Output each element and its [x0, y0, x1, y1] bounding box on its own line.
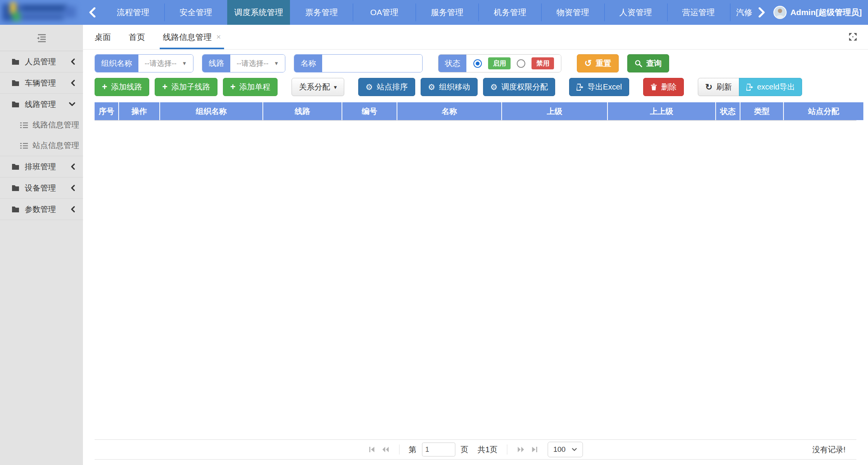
sidebar-item-personnel[interactable]: 人员管理 — [0, 51, 83, 72]
last-page-icon[interactable] — [530, 446, 538, 453]
tab-home[interactable]: 首页 — [129, 25, 145, 49]
nav-scroll-left-icon[interactable] — [83, 0, 102, 25]
status-enabled-radio[interactable] — [473, 59, 482, 68]
chevron-down-icon — [69, 102, 75, 107]
button-label: 刷新 — [716, 82, 732, 92]
main-content: 桌面 首页 线路信息管理 × 组织名称 --请选择-- ▼ 线路 — [83, 25, 868, 465]
nav-item-operations[interactable]: 营运管理 — [667, 0, 730, 25]
export-excel-button[interactable]: 导出Excel — [569, 78, 629, 96]
file-export-icon — [576, 83, 583, 91]
prev-page-icon[interactable] — [381, 446, 390, 453]
plus-icon: + — [162, 83, 167, 91]
total-pages-label: 共1页 — [478, 444, 497, 455]
nav-item-process[interactable]: 流程管理 — [102, 0, 164, 25]
status-enabled-badge[interactable]: 启用 — [488, 57, 511, 69]
status-disabled-radio[interactable] — [517, 59, 525, 68]
col-header-actions: 操作 — [119, 102, 160, 120]
nav-item-safety[interactable]: 安全管理 — [164, 0, 227, 25]
nav-item-materials[interactable]: 物资管理 — [541, 0, 604, 25]
org-name-label: 组织名称 — [95, 55, 138, 72]
chevron-left-icon — [71, 185, 75, 191]
nav-item-machinery[interactable]: 机务管理 — [478, 0, 541, 25]
button-label: 导出Excel — [587, 82, 622, 92]
pager-divider — [507, 444, 507, 455]
sidebar-item-scheduling[interactable]: 排班管理 — [0, 156, 83, 177]
line-select[interactable]: --请选择-- ▼ — [230, 55, 285, 72]
col-header-type: 类型 — [740, 102, 783, 120]
sidebar-item-equipment[interactable]: 设备管理 — [0, 177, 83, 198]
nav-item-oa[interactable]: OA管理 — [353, 0, 416, 25]
gear-icon: ⚙ — [428, 83, 435, 91]
sidebar-item-lines[interactable]: 线路管理 — [0, 94, 83, 115]
grid-header: 序号 操作 组织名称 线路 编号 名称 上级 上上级 状态 类型 站点分配 — [95, 102, 863, 120]
button-label: exceld导出 — [757, 82, 795, 92]
col-header-index: 序号 — [95, 102, 119, 120]
tab-bar: 桌面 首页 线路信息管理 × — [83, 25, 868, 50]
no-records-label: 没有记录! — [812, 444, 846, 455]
station-sort-button[interactable]: ⚙ 站点排序 — [358, 78, 415, 96]
fullscreen-icon[interactable] — [848, 32, 858, 43]
tab-desktop[interactable]: 桌面 — [95, 25, 111, 49]
sidebar-item-label: 参数管理 — [25, 204, 56, 215]
refresh-button[interactable]: ↻ 刷新 — [698, 78, 739, 96]
select-value: --请选择-- — [236, 59, 268, 69]
sidebar-collapse-icon[interactable] — [0, 25, 83, 51]
button-label: 添加单程 — [239, 82, 270, 92]
col-header-code: 编号 — [342, 102, 397, 120]
sidebar-item-label: 线路管理 — [25, 99, 56, 110]
add-subline-button[interactable]: + 添加子线路 — [155, 78, 217, 96]
user-menu[interactable]: Admin[超级管理员] — [771, 0, 868, 25]
tab-line-info[interactable]: 线路信息管理 × — [163, 25, 221, 49]
button-label: 组织移动 — [439, 82, 470, 92]
sidebar-subitem-label: 站点信息管理 — [33, 140, 79, 151]
sidebar-item-label: 设备管理 — [25, 183, 56, 193]
col-header-station-assign: 站点分配 — [783, 102, 863, 120]
toolbar: + 添加线路 + 添加子线路 + 添加单程 关系分配 ▾ ⚙ 站点排序 ⚙ 组织… — [95, 78, 856, 96]
tab-label: 线路信息管理 — [163, 32, 212, 43]
col-header-parent: 上级 — [502, 102, 607, 120]
col-header-line: 线路 — [263, 102, 342, 120]
exceld-export-button[interactable]: exceld导出 — [739, 78, 802, 96]
nav-item-vehicle-repair[interactable]: 汽修 — [730, 0, 752, 25]
nav-item-hr[interactable]: 人资管理 — [604, 0, 667, 25]
first-page-icon[interactable] — [368, 446, 376, 453]
nav-scroll-right-icon[interactable] — [752, 0, 771, 25]
page-size-value: 100 — [553, 445, 566, 454]
add-oneway-button[interactable]: + 添加单程 — [223, 78, 278, 96]
sidebar-item-label: 人员管理 — [25, 57, 56, 67]
caret-down-icon: ▼ — [182, 60, 187, 66]
tab-close-icon[interactable]: × — [216, 33, 221, 41]
relation-assign-dropdown[interactable]: 关系分配 ▾ — [292, 78, 344, 96]
sidebar-item-parameters[interactable]: 参数管理 — [0, 199, 83, 220]
status-disabled-badge[interactable]: 禁用 — [531, 57, 554, 69]
file-export-icon — [746, 83, 753, 91]
nav-item-dispatch-system[interactable]: 调度系统管理 — [227, 0, 290, 25]
grid-body-empty — [95, 121, 856, 439]
line-filter: 线路 --请选择-- ▼ — [202, 54, 285, 72]
folder-icon — [12, 164, 19, 170]
name-filter: 名称 — [294, 54, 423, 72]
org-move-button[interactable]: ⚙ 组织移动 — [421, 78, 478, 96]
delete-button[interactable]: 删除 — [643, 78, 684, 96]
sidebar-subitem-line-info[interactable]: 线路信息管理 — [0, 115, 83, 135]
page-prefix-label: 第 — [409, 444, 416, 455]
nav-item-service[interactable]: 服务管理 — [416, 0, 478, 25]
gear-icon: ⚙ — [366, 83, 373, 91]
tab-label: 首页 — [129, 32, 145, 43]
sidebar-subitem-station-info[interactable]: 站点信息管理 — [0, 135, 83, 156]
name-input[interactable] — [322, 55, 422, 72]
chevron-left-icon — [71, 206, 75, 212]
nav-item-ticketing[interactable]: 票务管理 — [290, 0, 353, 25]
col-header-grandparent: 上上级 — [607, 102, 716, 120]
reset-button[interactable]: ↺ 重置 — [577, 54, 618, 72]
next-page-icon[interactable] — [516, 446, 525, 453]
app-logo — [0, 0, 83, 25]
sidebar-item-vehicles[interactable]: 车辆管理 — [0, 72, 83, 93]
add-line-button[interactable]: + 添加线路 — [95, 78, 149, 96]
dispatch-permission-button[interactable]: ⚙ 调度权限分配 — [483, 78, 556, 96]
chevron-down-icon — [572, 448, 577, 451]
org-name-select[interactable]: --请选择-- ▼ — [138, 55, 193, 72]
search-button[interactable]: 查询 — [627, 54, 669, 72]
page-number-input[interactable] — [422, 443, 455, 456]
page-size-select[interactable]: 100 — [547, 442, 583, 457]
